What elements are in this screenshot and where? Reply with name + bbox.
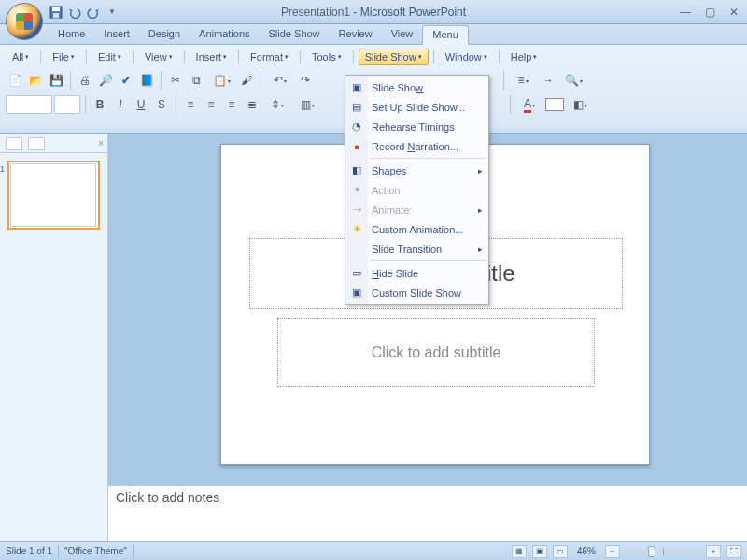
copy-icon[interactable]: ⧉ [187, 71, 205, 90]
menu-tools[interactable]: Tools▾ [305, 49, 348, 65]
columns-icon[interactable]: ▥▾ [293, 95, 321, 114]
tab-menu[interactable]: Menu [422, 25, 469, 45]
new-icon[interactable]: 📄 [6, 71, 24, 90]
menu-edit[interactable]: Edit▾ [92, 49, 128, 65]
normal-view-icon[interactable]: ▦ [512, 545, 527, 558]
window-controls: — ▢ ✕ [678, 6, 741, 19]
dd-separator [370, 260, 486, 261]
dd-record[interactable]: ●Record Narration... [345, 136, 488, 156]
tab-review[interactable]: Review [330, 25, 382, 43]
format-painter-icon[interactable]: 🖌 [237, 71, 256, 90]
dd-custom-anim[interactable]: ✳Custom Animation... [345, 219, 488, 239]
outline-tab[interactable] [28, 137, 45, 150]
close-button[interactable]: ✕ [726, 6, 741, 19]
dd-animate: ⇢Animate: [345, 200, 488, 219]
slide-panel: × 1 [0, 134, 108, 541]
font-size-dropdown[interactable] [54, 95, 80, 114]
custom-anim-icon: ✳ [345, 223, 368, 235]
cut-icon[interactable]: ✂ [166, 71, 185, 90]
app-name: Microsoft PowerPoint [360, 6, 466, 19]
shape-effects-icon[interactable]: ◧▾ [566, 95, 594, 114]
sorter-view-icon[interactable]: ▣ [532, 545, 547, 558]
fit-window-icon[interactable]: ⛶ [726, 545, 741, 558]
tab-home[interactable]: Home [49, 25, 94, 43]
print-icon[interactable]: 🖨 [76, 71, 94, 90]
notes-pane[interactable]: Click to add notes [108, 485, 747, 541]
minimize-button[interactable]: — [678, 6, 693, 19]
menu-view[interactable]: View▾ [138, 49, 179, 65]
titlebar: ▼ Presentation1 - Microsoft PowerPoint —… [0, 0, 747, 24]
zoom-slider[interactable] [626, 550, 700, 553]
open-icon[interactable]: 📂 [26, 71, 45, 90]
print-preview-icon[interactable]: 🔎 [96, 71, 115, 90]
font-dropdown[interactable] [6, 95, 52, 114]
undo-icon[interactable]: ↶▾ [266, 71, 294, 90]
menu-window[interactable]: Window▾ [439, 49, 494, 65]
timer-icon: ◔ [345, 120, 368, 133]
italic-icon[interactable]: I [111, 95, 130, 114]
action-icon: ✦ [345, 184, 368, 196]
align-right-icon[interactable]: ≡ [222, 95, 241, 114]
menu-file[interactable]: File▾ [46, 49, 81, 65]
research-icon[interactable]: 📘 [137, 71, 156, 90]
arrow-style-icon[interactable]: → [539, 71, 557, 90]
dd-rehearse[interactable]: ◔Rehearse Timings [345, 117, 488, 136]
align-left-icon[interactable]: ≡ [181, 95, 200, 114]
underline-icon[interactable]: U [132, 95, 150, 114]
undo-icon[interactable] [67, 5, 82, 20]
tab-insert[interactable]: Insert [94, 25, 139, 43]
tab-view[interactable]: View [382, 25, 423, 43]
dd-transition[interactable]: Slide Transition [345, 239, 488, 259]
zoom-in-icon[interactable]: + [706, 545, 721, 558]
dd-custom-show[interactable]: ▣Custom Slide Show [345, 283, 488, 302]
line-spacing-icon[interactable]: ⇕▾ [263, 95, 291, 114]
menu-insert[interactable]: Insert▾ [190, 49, 234, 65]
theme-name: "Office Theme" [64, 546, 127, 556]
font-color-icon[interactable]: A▾ [515, 95, 543, 114]
save-icon[interactable] [49, 5, 63, 20]
menu-help[interactable]: Help▾ [504, 49, 544, 65]
align-center-icon[interactable]: ≡ [202, 95, 220, 114]
dd-hide-slide[interactable]: ▭Hide Slide [345, 263, 488, 283]
tab-design[interactable]: Design [139, 25, 190, 43]
slide-thumbnail[interactable]: 1 [7, 161, 100, 230]
office-button[interactable] [6, 3, 43, 40]
dd-setup[interactable]: ▤Set Up Slide Show... [345, 97, 488, 117]
slideshow-dropdown: ▣Slide Show ▤Set Up Slide Show... ◔Rehea… [345, 75, 489, 305]
menu-all[interactable]: All▾ [6, 49, 35, 65]
dd-action: ✦Action [345, 180, 488, 200]
dd-separator [370, 158, 486, 159]
dd-slideshow[interactable]: ▣Slide Show [345, 77, 488, 97]
shapes-icon: ◧ [345, 164, 368, 176]
zoom-level: 46% [577, 546, 596, 556]
classic-menubar: All▾ File▾ Edit▾ View▾ Insert▾ Format▾ T… [6, 49, 741, 65]
menu-slideshow[interactable]: Slide Show▾ [359, 49, 429, 65]
fill-color-swatch[interactable] [545, 98, 564, 111]
spellcheck-icon[interactable]: ✔ [117, 71, 135, 90]
dd-shapes[interactable]: ◧Shapes [345, 161, 488, 180]
tab-animations[interactable]: Animations [190, 25, 259, 43]
slideshow-icon: ▣ [345, 81, 368, 93]
save-icon[interactable]: 💾 [47, 71, 65, 90]
subtitle-placeholder[interactable]: Click to add subtitle [277, 318, 595, 387]
maximize-button[interactable]: ▢ [702, 6, 717, 19]
slides-tab[interactable] [6, 137, 22, 150]
animate-icon: ⇢ [345, 203, 368, 216]
slideshow-view-icon[interactable]: ▭ [553, 545, 568, 558]
line-style-icon[interactable]: ≡▾ [509, 71, 537, 90]
zoom-dropdown-icon[interactable]: 🔍▾ [559, 71, 587, 90]
justify-icon[interactable]: ≣ [243, 95, 261, 114]
tab-slideshow[interactable]: Slide Show [260, 25, 330, 43]
bold-icon[interactable]: B [91, 95, 109, 114]
hide-slide-icon: ▭ [345, 267, 368, 279]
slide-counter: Slide 1 of 1 [6, 546, 52, 556]
redo-icon[interactable] [86, 5, 101, 20]
custom-show-icon: ▣ [345, 287, 368, 299]
qat-dropdown-icon[interactable]: ▼ [105, 5, 120, 20]
redo-icon[interactable]: ↷ [296, 71, 315, 90]
panel-close-icon[interactable]: × [98, 138, 104, 148]
menu-format[interactable]: Format▾ [244, 49, 295, 65]
zoom-out-icon[interactable]: − [605, 545, 620, 558]
shadow-icon[interactable]: S [152, 95, 171, 114]
paste-icon[interactable]: 📋▾ [207, 71, 235, 90]
